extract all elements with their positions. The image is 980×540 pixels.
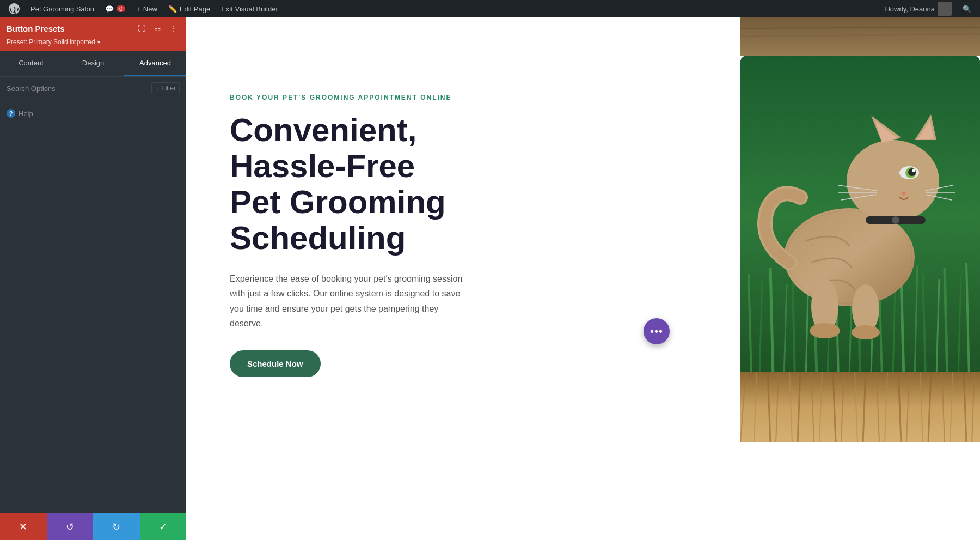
fullscreen-icon[interactable]: ⛶ [136,23,148,34]
sidebar-panel: Button Presets ⛶ ⚏ ⋮ Preset: Primary Sol… [0,17,186,540]
help-label: Help [19,110,33,118]
columns-icon[interactable]: ⚏ [152,23,163,34]
panel-preset: Preset: Primary Solid imported ▾ [0,38,186,51]
cat-illustration [740,56,980,377]
redo-button[interactable]: ↻ [93,513,140,540]
search-admin-icon: 🔍 [963,5,971,13]
more-options-icon[interactable]: ⋮ [168,23,180,34]
save-icon: ✓ [159,521,167,533]
svg-point-49 [852,325,880,339]
admin-bar-right: Howdy, Deanna 🔍 [880,2,976,16]
bottom-image-overlay [740,372,980,442]
panel-header-icons: ⛶ ⚏ ⋮ [136,23,180,34]
hero-section: BOOK YOUR PET'S GROOMING APPOINTMENT ONL… [186,17,980,442]
new-label: New [143,5,157,13]
help-link[interactable]: ? Help [7,109,180,118]
visual-builder-content: BOOK YOUR PET'S GROOMING APPOINTMENT ONL… [186,17,980,540]
help-icon: ? [7,109,15,118]
redo-icon: ↻ [112,521,120,533]
tab-advanced[interactable]: Advanced [124,51,186,76]
fab-dots-icon: ••• [650,325,663,338]
avatar [938,2,952,16]
hero-subtitle: BOOK YOUR PET'S GROOMING APPOINTMENT ONL… [230,94,469,101]
comments-item[interactable]: 💬 0 [101,0,130,17]
fab-button[interactable]: ••• [644,318,670,344]
svg-point-32 [908,168,916,176]
new-item[interactable]: + New [132,0,162,17]
wp-logo-item[interactable] [4,0,24,17]
main-layout: Button Presets ⛶ ⚏ ⋮ Preset: Primary Sol… [0,17,980,540]
plus-icon: + [136,5,140,13]
undo-button[interactable]: ↺ [47,513,94,540]
tab-content[interactable]: Content [0,51,62,76]
exit-builder-label: Exit Visual Builder [221,5,278,13]
svg-point-33 [912,169,915,172]
undo-icon: ↺ [66,521,74,533]
howdy-item[interactable]: Howdy, Deanna [880,2,956,16]
hero-description: Experience the ease of booking your pet'… [230,271,469,331]
tab-design[interactable]: Design [62,51,124,76]
howdy-label: Howdy, Deanna [885,5,935,13]
schedule-now-button[interactable]: Schedule Now [230,350,321,377]
panel-title: Button Presets [7,24,65,33]
panel-header: Button Presets ⛶ ⚏ ⋮ [0,17,186,38]
save-button[interactable]: ✓ [140,513,187,540]
site-name: Pet Grooming Salon [30,5,94,13]
panel-tabs: Content Design Advanced [0,51,186,77]
search-options-input[interactable] [7,84,147,93]
edit-page-label: Edit Page [180,5,210,13]
panel-content: ? Help [0,100,186,513]
svg-point-45 [892,216,899,224]
exit-builder-item[interactable]: Exit Visual Builder [217,0,283,17]
top-edge-image [740,17,980,56]
search-admin-item[interactable]: 🔍 [958,5,976,13]
bottom-bar: ✕ ↺ ↻ ✓ [0,513,186,540]
edit-icon: ✏️ [168,5,177,13]
filter-button[interactable]: + Filter [151,82,180,94]
top-image-overlay [740,17,980,56]
svg-point-48 [810,323,840,338]
filter-label: Filter [161,84,176,92]
cancel-button[interactable]: ✕ [0,513,47,540]
comments-icon: 💬 [105,5,114,13]
hero-left: BOOK YOUR PET'S GROOMING APPOINTMENT ONL… [186,17,502,442]
preset-dropdown-icon[interactable]: ▾ [97,39,100,45]
cancel-icon: ✕ [19,521,27,533]
filter-plus-icon: + [155,84,159,92]
wp-logo-icon [9,3,20,14]
svg-point-29 [847,140,939,222]
edit-page-item[interactable]: ✏️ Edit Page [164,0,215,17]
panel-search: + Filter [0,77,186,100]
cat-image [740,56,980,377]
admin-bar: Pet Grooming Salon 💬 0 + New ✏️ Edit Pag… [0,0,980,17]
hero-right [502,17,980,442]
hero-title: Convenient, Hassle-Free Pet Grooming Sch… [230,112,469,256]
site-name-item[interactable]: Pet Grooming Salon [26,0,99,17]
comment-count: 0 [117,5,125,12]
preset-text: Preset: Primary Solid imported [7,38,95,46]
page-content: BOOK YOUR PET'S GROOMING APPOINTMENT ONL… [186,17,980,540]
bottom-edge-image [740,372,980,442]
